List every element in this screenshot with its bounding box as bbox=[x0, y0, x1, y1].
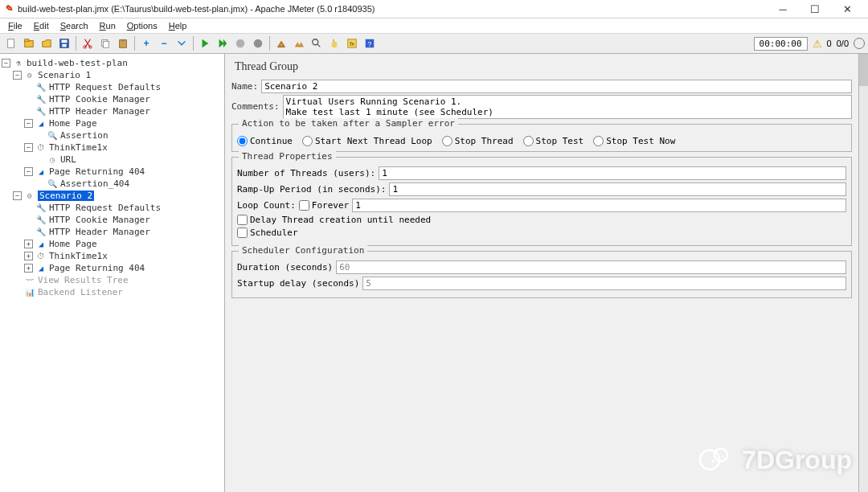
threadgroup-icon: ⚙ bbox=[24, 71, 35, 80]
search-icon[interactable] bbox=[309, 35, 325, 51]
radio-start-next[interactable]: Start Next Thread Loop bbox=[302, 136, 432, 146]
editor-panel: Thread Group Name: Comments: Action to b… bbox=[225, 54, 858, 492]
reset-search-icon[interactable] bbox=[326, 35, 342, 51]
svg-rect-4 bbox=[62, 40, 68, 43]
svg-text:?: ? bbox=[368, 40, 372, 48]
tree-collapse-icon[interactable]: + bbox=[24, 252, 33, 260]
tree-expand-icon[interactable]: − bbox=[13, 191, 22, 200]
tree-expand-icon[interactable]: − bbox=[13, 71, 22, 80]
new-icon[interactable] bbox=[3, 35, 19, 51]
paste-icon[interactable] bbox=[115, 35, 131, 51]
start-no-pause-icon[interactable] bbox=[215, 35, 231, 51]
tree-expand-icon[interactable]: − bbox=[24, 119, 33, 128]
menu-bar: File Edit Search Run Options Help bbox=[0, 18, 868, 34]
tree-item[interactable]: Page Returning 404 bbox=[49, 166, 145, 177]
tree-item[interactable]: Home Page bbox=[49, 118, 97, 129]
app-icon: ✎ bbox=[3, 2, 14, 15]
svg-rect-2 bbox=[25, 39, 29, 42]
tree-scenario2-selected[interactable]: Scenario 2 bbox=[38, 191, 94, 201]
stop-icon[interactable] bbox=[232, 35, 248, 51]
timer-icon: ◷ bbox=[47, 155, 58, 165]
scheduler-checkbox[interactable]: Scheduler bbox=[237, 228, 298, 238]
open-icon[interactable] bbox=[39, 35, 55, 51]
tree-item[interactable]: HTTP Cookie Manager bbox=[49, 94, 150, 105]
run-timer: 00:00:00 bbox=[754, 37, 808, 51]
cut-icon[interactable] bbox=[80, 35, 96, 51]
menu-options[interactable]: Options bbox=[122, 19, 162, 32]
ramp-label: Ramp-Up Period (in seconds): bbox=[237, 184, 386, 195]
help-icon[interactable]: ? bbox=[362, 35, 378, 51]
tree-collapse-icon[interactable]: + bbox=[24, 264, 33, 273]
start-icon[interactable] bbox=[197, 35, 213, 51]
assertion-icon: 🔍 bbox=[47, 131, 58, 141]
thread-properties-fieldset: Thread Properties Number of Threads (use… bbox=[231, 157, 852, 246]
sampler-icon: ◢ bbox=[35, 119, 47, 129]
tree-expand-icon[interactable]: − bbox=[2, 59, 10, 68]
tree-item[interactable]: HTTP Request Defaults bbox=[49, 203, 161, 213]
tree-item[interactable]: URL bbox=[60, 154, 76, 165]
tree-item[interactable]: Assertion_404 bbox=[60, 178, 129, 189]
svg-point-16 bbox=[332, 42, 338, 47]
svg-rect-5 bbox=[62, 44, 66, 47]
forever-checkbox[interactable]: Forever bbox=[299, 200, 349, 211]
warning-icon[interactable]: ⚠ bbox=[813, 38, 822, 50]
loop-input[interactable] bbox=[352, 199, 846, 212]
copy-icon[interactable] bbox=[97, 35, 113, 51]
tree-item[interactable]: HTTP Header Manager bbox=[49, 227, 150, 237]
tree-item[interactable]: ThinkTime1x bbox=[49, 142, 108, 153]
svg-line-15 bbox=[317, 44, 321, 47]
warning-count: 0 bbox=[827, 39, 832, 48]
minimize-button[interactable]: ─ bbox=[767, 0, 799, 18]
tree-item[interactable]: Home Page bbox=[49, 239, 97, 249]
test-plan-tree[interactable]: −⚗build-web-test-plan −⚙Scenario 1 🔧HTTP… bbox=[0, 54, 225, 492]
close-button[interactable]: ✕ bbox=[831, 0, 863, 18]
tree-item-disabled[interactable]: Backend Listener bbox=[38, 287, 123, 297]
svg-point-13 bbox=[254, 39, 263, 48]
tree-expand-icon[interactable]: − bbox=[24, 143, 33, 152]
name-input[interactable] bbox=[261, 80, 852, 93]
tree-item[interactable]: Page Returning 404 bbox=[49, 263, 145, 273]
menu-edit[interactable]: Edit bbox=[29, 19, 54, 32]
tree-item[interactable]: HTTP Header Manager bbox=[49, 106, 150, 117]
menu-run[interactable]: Run bbox=[95, 19, 121, 32]
svg-text:fx: fx bbox=[350, 41, 354, 47]
menu-help[interactable]: Help bbox=[164, 19, 192, 32]
scroll-thumb[interactable] bbox=[859, 54, 868, 86]
radio-stop-test[interactable]: Stop Test bbox=[523, 136, 584, 146]
radio-stop-now[interactable]: Stop Test Now bbox=[593, 136, 675, 146]
vertical-scrollbar[interactable] bbox=[858, 54, 868, 492]
templates-icon[interactable] bbox=[21, 35, 37, 51]
tree-item-disabled[interactable]: View Results Tree bbox=[38, 275, 129, 285]
clear-all-icon[interactable] bbox=[291, 35, 307, 51]
name-label: Name: bbox=[231, 81, 258, 92]
num-threads-input[interactable] bbox=[379, 166, 846, 180]
function-icon[interactable]: fx bbox=[344, 35, 360, 51]
duration-input bbox=[336, 260, 846, 274]
tree-item[interactable]: ThinkTime1x bbox=[49, 251, 108, 261]
ramp-input[interactable] bbox=[389, 182, 846, 196]
comments-input[interactable] bbox=[283, 95, 852, 119]
radio-continue[interactable]: Continue bbox=[237, 136, 293, 146]
tree-scenario1[interactable]: Scenario 1 bbox=[38, 70, 91, 80]
expand-icon[interactable]: + bbox=[138, 35, 154, 51]
save-icon[interactable] bbox=[56, 35, 72, 51]
radio-stop-thread[interactable]: Stop Thread bbox=[442, 136, 514, 146]
shutdown-icon[interactable] bbox=[250, 35, 266, 51]
duration-label: Duration (seconds) bbox=[237, 262, 333, 273]
menu-search[interactable]: Search bbox=[55, 19, 93, 32]
delay-creation-checkbox[interactable]: Delay Thread creation until needed bbox=[237, 215, 431, 225]
tree-expand-icon[interactable]: − bbox=[24, 167, 33, 176]
maximize-button[interactable]: ☐ bbox=[799, 0, 831, 18]
collapse-icon[interactable]: − bbox=[156, 35, 172, 51]
tree-item[interactable]: HTTP Request Defaults bbox=[49, 82, 161, 92]
clear-icon[interactable] bbox=[273, 35, 289, 51]
toggle-icon[interactable] bbox=[174, 35, 190, 51]
config-icon: 🔧 bbox=[35, 215, 47, 225]
tree-item[interactable]: Assertion bbox=[60, 130, 108, 141]
tree-collapse-icon[interactable]: + bbox=[24, 240, 33, 248]
tree-root[interactable]: build-web-test-plan bbox=[27, 58, 128, 68]
listener-icon: 📊 bbox=[24, 288, 35, 297]
menu-file[interactable]: File bbox=[3, 19, 27, 32]
tree-item[interactable]: HTTP Cookie Manager bbox=[49, 215, 150, 225]
listener-icon: 〰 bbox=[24, 276, 35, 285]
